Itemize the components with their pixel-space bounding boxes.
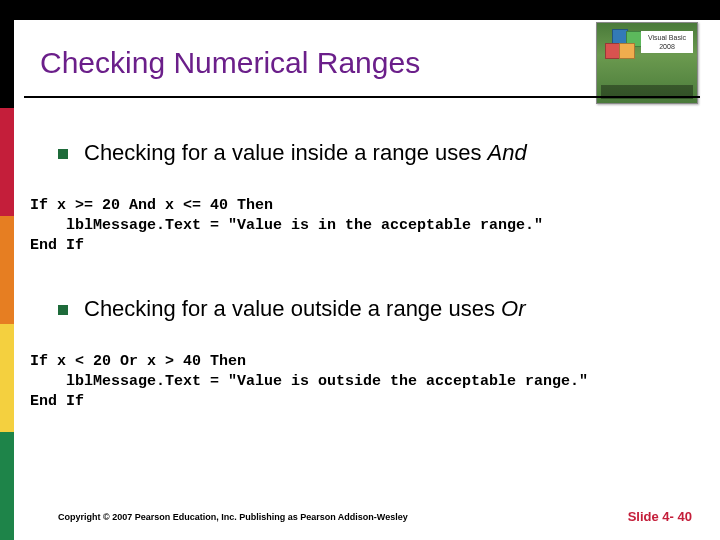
bullet-1: Checking for a value inside a range uses… bbox=[58, 140, 527, 166]
title-underline bbox=[24, 96, 700, 98]
code-block-1: If x >= 20 And x <= 40 Then lblMessage.T… bbox=[30, 196, 543, 256]
top-black-bar bbox=[14, 0, 720, 20]
book-cover-image: Visual Basic 2008 bbox=[596, 22, 698, 104]
book-cover-label: Visual Basic 2008 bbox=[641, 31, 693, 53]
code-block-2: If x < 20 Or x > 40 Then lblMessage.Text… bbox=[30, 352, 588, 412]
bullet-2-text: Checking for a value outside a range use… bbox=[84, 296, 526, 322]
copyright-text: Copyright © 2007 Pearson Education, Inc.… bbox=[58, 512, 408, 522]
bullet-square-icon bbox=[58, 149, 68, 159]
bullet-1-keyword: And bbox=[488, 140, 527, 165]
bullet-square-icon bbox=[58, 305, 68, 315]
bullet-1-pre: Checking for a value inside a range uses bbox=[84, 140, 488, 165]
slide-title: Checking Numerical Ranges bbox=[40, 46, 420, 80]
slide-number: Slide 4- 40 bbox=[628, 509, 692, 524]
bullet-2-pre: Checking for a value outside a range use… bbox=[84, 296, 501, 321]
sidebar-color-strip bbox=[0, 0, 14, 540]
bullet-2-keyword: Or bbox=[501, 296, 525, 321]
bullet-2: Checking for a value outside a range use… bbox=[58, 296, 526, 322]
bullet-1-text: Checking for a value inside a range uses… bbox=[84, 140, 527, 166]
